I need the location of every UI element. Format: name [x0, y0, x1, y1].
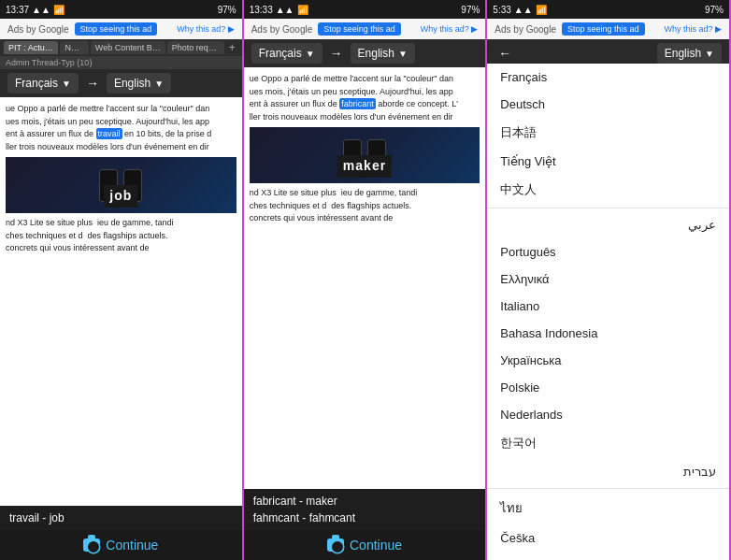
lang-option-3[interactable]: Tiếng Việt: [487, 148, 729, 175]
target-lang-arrow-3: ▼: [705, 49, 714, 59]
content-area-1: ue Oppo a parlé de mettre l'accent sur l…: [0, 97, 242, 506]
stop-ad-btn-3[interactable]: Stop seeing this ad: [562, 22, 645, 36]
lang-option-13[interactable]: 한국어: [487, 428, 729, 458]
status-right-1: 97%: [218, 5, 236, 15]
lang-option-1[interactable]: Deutsch: [487, 91, 729, 118]
tab-news[interactable]: News: [60, 41, 88, 54]
lang-option-17[interactable]: Română: [487, 552, 729, 560]
target-lang-label-1: English: [114, 77, 150, 90]
ad-why-3[interactable]: Why this ad? ▶: [664, 24, 722, 34]
camera-icon-2: [327, 538, 344, 552]
signal-icon-3: ▲▲: [514, 5, 533, 15]
target-lang-2[interactable]: English ▼: [351, 43, 415, 64]
source-lang-arrow-1: ▼: [62, 79, 71, 89]
continue-btn-1[interactable]: Continue: [83, 538, 158, 553]
ad-inner-3: Ads by Google Stop seeing this ad: [494, 22, 644, 36]
ad-inner-1: Ads by Google Stop seeing this ad: [7, 22, 157, 36]
lang-swap-1[interactable]: →: [82, 76, 103, 91]
lang-option-8[interactable]: Italiano: [487, 293, 729, 320]
lang-option-14[interactable]: עברית: [487, 458, 729, 485]
browser-tabs-1: PIT : Actual... News Web Content Board..…: [0, 39, 242, 56]
stop-ad-btn-2[interactable]: Stop seeing this ad: [318, 22, 401, 36]
translation-popup-2: fabricant - maker fahmcant - fahmcant: [244, 489, 486, 530]
lang-option-6[interactable]: Português: [487, 238, 729, 266]
wifi-icon-2: 📶: [297, 5, 308, 15]
time-3: 5:33: [493, 5, 510, 15]
highlight-travail[interactable]: travail: [96, 128, 122, 139]
ad-label-3: Ads by Google: [494, 24, 556, 35]
language-dropdown[interactable]: FrançaisDeutsch日本語Tiếng Việt中文人عربيPortu…: [487, 64, 729, 560]
content-p4-1: ller trois nouveaux modèles lors d'un év…: [6, 141, 236, 154]
ad-label-1: Ads by Google: [7, 24, 69, 35]
lang-option-11[interactable]: Polskie: [487, 374, 729, 401]
highlight-fabricant[interactable]: fabricant: [339, 98, 376, 109]
ad-why-1[interactable]: Why this ad? ▶: [177, 24, 235, 34]
target-lang-label-2: English: [358, 47, 394, 60]
status-right-3: 97%: [705, 5, 724, 15]
lang-option-0[interactable]: Français: [487, 64, 729, 91]
lang-option-5[interactable]: عربي: [487, 211, 729, 238]
status-left-3: 5:33 ▲▲ 📶: [493, 5, 546, 15]
lang-back-3[interactable]: ←: [494, 46, 515, 61]
lang-option-9[interactable]: Bahasa Indonesia: [487, 320, 729, 347]
target-lang-label-3: English: [665, 47, 701, 60]
ad-why-2[interactable]: Why this ad? ▶: [421, 24, 479, 34]
tab-add[interactable]: +: [226, 41, 238, 54]
translation-line2-2: fahmcant - fahmcant: [253, 511, 477, 524]
lang-option-10[interactable]: Українська: [487, 347, 729, 374]
content-p2-1: ues mois, j'étais un peu sceptique. Aujo…: [6, 116, 236, 129]
content-p5-2: nd X3 Lite se situe plus ieu de gamme, t…: [250, 187, 480, 200]
content-p6-1: ches techniques et d des flagships actue…: [6, 230, 236, 243]
continue-label-1: Continue: [106, 538, 158, 553]
ad-inner-2: Ads by Google Stop seeing this ad: [251, 22, 401, 36]
content-p5-1: nd X3 Lite se situe plus ieu de gamme, t…: [6, 217, 236, 230]
status-left-1: 13:37 ▲▲ 📶: [6, 5, 64, 15]
lang-option-2[interactable]: 日本語: [487, 118, 729, 148]
battery-2: 97%: [461, 5, 480, 15]
battery-3: 97%: [705, 5, 724, 15]
target-lang-3[interactable]: English ▼: [657, 43, 722, 64]
panel-1: 13:37 ▲▲ 📶 97% Ads by Google Stop seeing…: [0, 0, 244, 560]
stop-ad-btn-1[interactable]: Stop seeing this ad: [75, 22, 158, 36]
content-p4-2: ller trois nouveaux modèles lors d'un év…: [250, 111, 480, 124]
content-p3-2: ent à assurer un flux de fabricant abord…: [250, 98, 480, 111]
lang-swap-2[interactable]: →: [326, 46, 347, 61]
tab-photo[interactable]: Photo request: [167, 41, 224, 54]
dropdown-divider-4: [487, 208, 729, 208]
lang-option-4[interactable]: 中文人: [487, 175, 729, 205]
lang-option-7[interactable]: Ελληνικά: [487, 266, 729, 293]
content-p7-2: concrets qui vous intéressent avant de: [250, 212, 480, 225]
translation-line1-2: fabricant - maker: [253, 495, 477, 508]
continue-label-2: Continue: [350, 538, 402, 553]
image-label-2: maker: [337, 155, 392, 178]
status-bar-1: 13:37 ▲▲ 📶 97%: [0, 0, 242, 19]
ad-banner-1: Ads by Google Stop seeing this ad Why th…: [0, 19, 242, 39]
source-lang-2[interactable]: Français ▼: [251, 43, 322, 64]
translation-popup-1: travail - job: [0, 506, 242, 530]
bottom-bar-1: Continue: [0, 530, 242, 560]
wifi-icon-3: 📶: [536, 5, 547, 15]
content-p1-2: ue Oppo a parlé de mettre l'accent sur l…: [250, 73, 480, 86]
ad-banner-2: Ads by Google Stop seeing this ad Why th…: [244, 19, 486, 39]
lang-option-15[interactable]: ไทย: [487, 492, 729, 524]
target-lang-1[interactable]: English ▼: [107, 73, 171, 93]
source-lang-1[interactable]: Français ▼: [7, 73, 79, 93]
language-bar-2: Français ▼ → English ▼: [244, 39, 486, 67]
ad-label-2: Ads by Google: [251, 24, 313, 35]
wifi-icon: 📶: [53, 5, 64, 15]
source-lang-label-1: Français: [15, 77, 58, 90]
lang-option-16[interactable]: Češka: [487, 524, 729, 552]
browser-address-1: Admin Thread-Typ (10): [0, 56, 242, 69]
image-label-1: job: [104, 185, 137, 208]
status-bar-3: 5:33 ▲▲ 📶 97%: [487, 0, 729, 19]
tab-webcontent[interactable]: Web Content Board...: [91, 41, 165, 54]
continue-btn-2[interactable]: Continue: [327, 538, 402, 553]
source-lang-label-2: Français: [259, 47, 302, 60]
time-2: 13:33: [250, 5, 273, 15]
ad-banner-3: Ads by Google Stop seeing this ad Why th…: [487, 19, 729, 39]
content-p7-1: concrets qui vous intéressent avant de: [6, 242, 236, 255]
translation-line1-1: travail - job: [9, 511, 233, 524]
tab-actual[interactable]: PIT : Actual...: [4, 41, 58, 54]
panel-3: 5:33 ▲▲ 📶 97% Ads by Google Stop seeing …: [487, 0, 731, 560]
lang-option-12[interactable]: Nederlands: [487, 401, 729, 428]
